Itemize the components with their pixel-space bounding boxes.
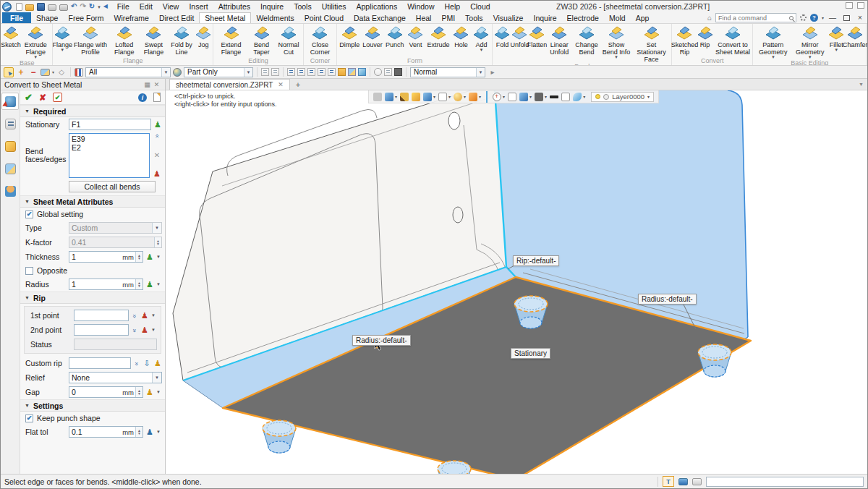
print-icon[interactable] xyxy=(48,4,56,11)
model-dimple-4[interactable] xyxy=(438,461,471,474)
display-mode-icon-arrow[interactable]: ▾ xyxy=(433,94,435,99)
ribbon-button-change-bend[interactable]: Change Bend xyxy=(573,25,600,56)
ribbon-button-unfold[interactable]: Unfold xyxy=(511,25,528,48)
restore-button[interactable] xyxy=(841,15,851,21)
opposite-checkbox[interactable] xyxy=(25,267,33,275)
ribbon-button-flange[interactable]: Flange▼ xyxy=(54,25,71,52)
material-mode-icon-arrow[interactable]: ▾ xyxy=(479,94,481,99)
ribbon-tab-wireframe[interactable]: Wireframe xyxy=(109,12,153,23)
collapse-toolbar-icon[interactable]: ◀ xyxy=(103,4,108,9)
pick-next-icon[interactable] xyxy=(307,68,315,76)
remove-pick-icon[interactable]: − xyxy=(28,67,38,77)
render-mode-icon-arrow[interactable]: ▾ xyxy=(464,94,466,99)
viewport-canvas[interactable]: <Ctrl-pick> to unpick. <right-click> for… xyxy=(166,90,867,474)
section-rip[interactable]: ▼Rip xyxy=(20,292,165,304)
status-input[interactable] xyxy=(706,477,864,487)
collapse-list-icon[interactable]: » xyxy=(153,135,161,137)
menu-attributes[interactable]: Attributes xyxy=(213,2,255,11)
material-block-icon[interactable] xyxy=(394,68,402,76)
background-light-icon[interactable] xyxy=(561,93,570,101)
filter-combo[interactable]: All▼ xyxy=(85,67,171,77)
model-hole-top[interactable] xyxy=(448,112,460,129)
info-icon[interactable]: i xyxy=(138,93,147,102)
thickness-pick-dropdown-icon[interactable]: ▼ xyxy=(156,255,162,259)
flat-tol-pick-icon[interactable]: ♟ xyxy=(145,428,154,436)
align-target-icon[interactable] xyxy=(271,68,279,76)
wireframe-mode-icon-arrow[interactable]: ▾ xyxy=(448,94,451,99)
bend-faces-list[interactable]: E39E2 xyxy=(69,133,150,178)
ribbon-tab-file[interactable]: File xyxy=(2,12,31,23)
ok-button[interactable]: ✔ xyxy=(25,92,33,103)
custom-rip-input[interactable] xyxy=(69,357,131,369)
menu-file[interactable]: File xyxy=(112,2,135,11)
move-entity-icon-arrow[interactable]: ▾ xyxy=(503,94,505,99)
window-display-icon[interactable] xyxy=(692,478,702,485)
section-settings[interactable]: ▼Settings xyxy=(20,399,165,412)
cancel-button[interactable]: ✘ xyxy=(39,93,46,103)
assembly-manager-tab[interactable] xyxy=(1,137,19,155)
model-dimple-3[interactable] xyxy=(263,420,296,453)
gap-pick-icon[interactable]: ♟ xyxy=(145,388,154,396)
ribbon-button-flatten[interactable]: Flatten xyxy=(528,25,545,48)
radius-pick-dropdown-icon[interactable]: ▼ xyxy=(156,282,162,286)
home-icon[interactable]: ⌂ xyxy=(707,14,712,22)
ribbon-button-sketched-rip[interactable]: Sketched Rip xyxy=(673,25,696,56)
tab-list-icon[interactable]: ▼ xyxy=(859,79,864,90)
stationary-tag[interactable]: Stationary xyxy=(511,348,550,359)
second-point-dropdown-icon[interactable]: ▼ xyxy=(151,328,157,332)
clear-list-icon[interactable]: ✕ xyxy=(154,151,160,159)
layer-dropdown-icon[interactable]: ▾ xyxy=(647,94,650,99)
undo-icon[interactable]: ↶ xyxy=(71,3,77,10)
ribbon-button-swept-flange[interactable]: Swept Flange xyxy=(139,25,169,56)
ribbon-button-rip[interactable]: Rip xyxy=(697,25,714,48)
stationary-input[interactable]: F1 xyxy=(69,119,151,130)
view-orientation-icon[interactable] xyxy=(385,93,393,101)
ribbon-tab-weldments[interactable]: Weldments xyxy=(251,12,299,23)
multi-view-icon-arrow[interactable]: ▾ xyxy=(545,94,547,99)
custom-rip-expand-icon[interactable]: » xyxy=(133,360,140,367)
thickness-pick-icon[interactable]: ♟ xyxy=(145,253,154,261)
radius-tag-right[interactable]: Radius:-default- xyxy=(638,294,697,305)
child-close-icon[interactable] xyxy=(857,2,864,9)
ribbon-button-flange-with-profile[interactable]: Flange with Profile xyxy=(71,25,109,56)
ribbon-tab-visualize[interactable]: Visualize xyxy=(488,12,529,23)
tab-close-icon[interactable]: ✕ xyxy=(278,81,284,88)
display-mode-icon[interactable] xyxy=(423,93,432,101)
ribbon-button-sketch[interactable]: Sketch xyxy=(2,25,20,48)
material-mode-icon[interactable] xyxy=(469,93,477,101)
help-dropdown-icon[interactable]: ▾ xyxy=(822,15,824,20)
ribbon-tab-tools[interactable]: Tools xyxy=(460,12,488,23)
view-orientation-icon-arrow[interactable]: ▾ xyxy=(395,94,397,99)
ribbon-button-chamfer[interactable]: Chamfer xyxy=(845,25,865,48)
keep-punch-checkbox[interactable]: ✔ xyxy=(25,414,33,422)
pick-previous-icon[interactable] xyxy=(297,68,305,76)
menu-help[interactable]: Help xyxy=(440,2,466,11)
ribbon-button-extrude-flange[interactable]: Extrude Flange▼ xyxy=(20,25,51,59)
settings-gear-icon[interactable] xyxy=(800,14,807,21)
zoom-window-icon[interactable] xyxy=(508,93,516,101)
ribbon-button-add[interactable]: Add▼ xyxy=(471,25,491,52)
pick-region-icon-arrow[interactable]: ▾ xyxy=(52,69,54,75)
menu-inquire[interactable]: Inquire xyxy=(255,2,289,11)
ribbon-tab-free-form[interactable]: Free Form xyxy=(63,12,109,23)
bend-list-item[interactable]: E39 xyxy=(72,135,147,143)
child-restore-icon[interactable] xyxy=(846,2,853,9)
move-entity-icon[interactable] xyxy=(493,93,501,101)
pick-last-icon[interactable] xyxy=(318,68,326,76)
ribbon-button-mirror-geometry[interactable]: Mirror Geometry▼ xyxy=(792,25,827,59)
ribbon-button-extrude[interactable]: Extrude xyxy=(425,25,451,48)
model-hole-side[interactable] xyxy=(453,207,463,223)
ribbon-tab-app[interactable]: App xyxy=(631,12,655,23)
ribbon-button-dimple[interactable]: Dimple xyxy=(338,25,361,48)
model-scene[interactable] xyxy=(166,90,867,474)
menu-window[interactable]: Window xyxy=(402,2,439,11)
search-icon[interactable] xyxy=(789,16,793,20)
pick-polygon-icon[interactable]: ◇ xyxy=(56,67,67,77)
ribbon-tab-point-cloud[interactable]: Point Cloud xyxy=(299,12,349,23)
save-icon[interactable] xyxy=(37,3,45,11)
collect-all-bends-button[interactable]: Collect all bends xyxy=(69,181,156,192)
ribbon-button-vent[interactable]: Vent xyxy=(405,25,425,48)
type-dropdown[interactable]: Custom▼ xyxy=(69,222,162,234)
pick-region-icon[interactable] xyxy=(41,69,50,76)
panel-dock-icon[interactable]: ▦ xyxy=(142,81,152,88)
